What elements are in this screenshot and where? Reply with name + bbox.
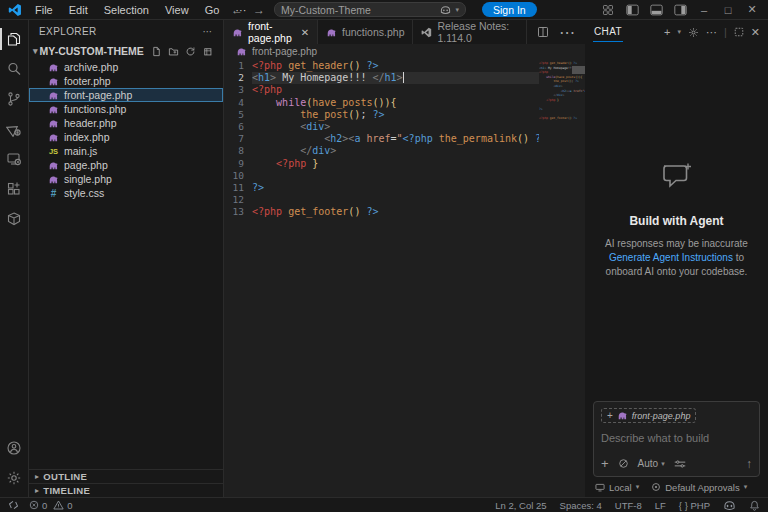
- menu-file[interactable]: File: [28, 3, 60, 17]
- code-content[interactable]: <?php get_header() ?><h1> My Homepage!!!…: [252, 58, 539, 497]
- code-line-6[interactable]: <div>: [252, 121, 539, 133]
- explorer-sidebar: EXPLORER ⋯ ▾ MY-CUSTOM-THEME archive.php…: [29, 20, 224, 497]
- menu-go[interactable]: Go: [198, 3, 227, 17]
- toggle-panel-icon[interactable]: [646, 2, 666, 18]
- code-line-13[interactable]: <?php get_footer() ?>: [252, 206, 539, 218]
- explorer-more-actions-icon[interactable]: ⋯: [203, 26, 213, 37]
- command-center[interactable]: My-Custom-Theme ▾: [274, 2, 466, 17]
- php-file-icon: [48, 133, 59, 142]
- outline-section[interactable]: ▸ OUTLINE: [29, 469, 223, 483]
- notifications-bell-icon[interactable]: [749, 500, 760, 511]
- extensions-icon[interactable]: [0, 174, 29, 204]
- chevron-down-icon[interactable]: ▾: [677, 28, 681, 36]
- code-area[interactable]: 12345678910111213 <?php get_header() ?><…: [224, 58, 585, 497]
- package-icon[interactable]: [0, 204, 29, 234]
- menu-edit[interactable]: Edit: [62, 3, 95, 17]
- settings-gear-icon[interactable]: [0, 463, 29, 493]
- source-control-icon[interactable]: [0, 84, 29, 114]
- new-file-icon[interactable]: [151, 46, 162, 57]
- code-line-10[interactable]: [252, 170, 539, 182]
- status-lf[interactable]: LF: [655, 500, 666, 511]
- chat-input-box[interactable]: + front-page.php + Auto ▾ ↑: [593, 401, 760, 477]
- file-item-front-page.php[interactable]: front-page.php: [29, 88, 223, 102]
- file-item-page.php[interactable]: page.php: [29, 158, 223, 172]
- remote-indicator-icon[interactable]: [8, 500, 19, 510]
- split-editor-icon[interactable]: [537, 26, 549, 38]
- model-picker[interactable]: Auto ▾: [638, 458, 665, 469]
- forward-button[interactable]: →: [248, 3, 270, 17]
- run-debug-icon[interactable]: [0, 114, 29, 144]
- copilot-status-icon[interactable]: [723, 500, 736, 511]
- code-line-1[interactable]: <?php get_header() ?>: [252, 60, 539, 72]
- minimize-button[interactable]: –: [694, 2, 714, 18]
- new-chat-icon[interactable]: +: [664, 26, 670, 38]
- remote-explorer-icon[interactable]: [0, 144, 29, 174]
- menu-selection[interactable]: Selection: [97, 3, 156, 17]
- tab-front-page.php[interactable]: front-page.php✕: [224, 20, 318, 44]
- send-icon[interactable]: ↑: [746, 457, 752, 471]
- tab-chat[interactable]: CHAT: [593, 22, 623, 42]
- close-panel-icon[interactable]: ✕: [751, 26, 760, 39]
- context-chip[interactable]: + front-page.php: [601, 408, 696, 423]
- close-window-button[interactable]: ✕: [742, 2, 762, 18]
- code-line-11[interactable]: ?>: [252, 182, 539, 194]
- code-line-5[interactable]: the_post(); ?>: [252, 109, 539, 121]
- copilot-icon[interactable]: [440, 5, 451, 15]
- folder-row[interactable]: ▾ MY-CUSTOM-THEME: [29, 42, 223, 60]
- maximize-panel-icon[interactable]: [734, 27, 744, 37]
- status-php[interactable]: { } PHP: [679, 500, 710, 511]
- back-button[interactable]: ←: [226, 3, 248, 17]
- customize-layout-icon[interactable]: [598, 2, 618, 18]
- status-spaces-4[interactable]: Spaces: 4: [560, 500, 602, 511]
- problems-indicator[interactable]: 0 0: [29, 500, 73, 511]
- mic-icon[interactable]: [618, 458, 629, 469]
- chat-more-actions-icon[interactable]: ⋯: [706, 26, 717, 39]
- toggle-secondary-sidebar-icon[interactable]: [670, 2, 690, 18]
- status-utf-8[interactable]: UTF-8: [615, 500, 642, 511]
- file-item-index.php[interactable]: index.php: [29, 130, 223, 144]
- maximize-button[interactable]: □: [718, 2, 738, 18]
- code-line-8[interactable]: </div>: [252, 145, 539, 157]
- minimap-slider[interactable]: [572, 66, 585, 74]
- new-folder-icon[interactable]: [168, 46, 179, 57]
- toggle-primary-sidebar-icon[interactable]: [622, 2, 642, 18]
- minimap[interactable]: <?php get_header() ?><h1> My Homepage!!!…: [539, 58, 585, 497]
- local-picker[interactable]: Local▾: [595, 482, 639, 493]
- code-line-2[interactable]: <h1> My Homepage!!! </h1>: [252, 72, 539, 84]
- file-item-style.css[interactable]: #style.css: [29, 186, 223, 200]
- chevron-down-icon[interactable]: ▾: [455, 6, 459, 14]
- account-icon[interactable]: [0, 433, 29, 463]
- status-ln-2-col-25[interactable]: Ln 2, Col 25: [495, 500, 546, 511]
- code-line-7[interactable]: <h2><a href="<?php the_permalink() ?>"><…: [252, 133, 539, 145]
- tools-sliders-icon[interactable]: [674, 459, 686, 469]
- explorer-icon[interactable]: [0, 24, 29, 54]
- editor-more-actions-icon[interactable]: ⋯: [559, 23, 575, 42]
- php-file-icon: [326, 28, 337, 37]
- code-line-3[interactable]: <?php: [252, 84, 539, 96]
- attach-icon[interactable]: +: [601, 456, 609, 471]
- chat-text-input[interactable]: [601, 432, 752, 444]
- code-line-4[interactable]: while(have_posts()){: [252, 97, 539, 109]
- code-line-12[interactable]: [252, 194, 539, 206]
- chat-settings-gear-icon[interactable]: [688, 27, 699, 38]
- add-context-icon[interactable]: +: [607, 410, 613, 421]
- code-line-9[interactable]: <?php }: [252, 158, 539, 170]
- menu-view[interactable]: View: [158, 3, 196, 17]
- file-item-single.php[interactable]: single.php: [29, 172, 223, 186]
- file-item-header.php[interactable]: header.php: [29, 116, 223, 130]
- file-item-footer.php[interactable]: footer.php: [29, 74, 223, 88]
- file-item-archive.php[interactable]: archive.php: [29, 60, 223, 74]
- sign-in-button[interactable]: Sign In: [482, 2, 537, 17]
- collapse-all-icon[interactable]: [202, 46, 213, 57]
- file-item-main.js[interactable]: JSmain.js: [29, 144, 223, 158]
- tab-release-notes-1.114.0[interactable]: Release Notes: 1.114.0: [413, 20, 527, 44]
- search-icon[interactable]: [0, 54, 29, 84]
- default-approvals-picker[interactable]: Default Approvals▾: [651, 482, 747, 493]
- refresh-icon[interactable]: [185, 46, 196, 57]
- generate-agent-instructions-link[interactable]: Generate Agent Instructions: [609, 252, 733, 263]
- file-item-functions.php[interactable]: functions.php: [29, 102, 223, 116]
- timeline-section[interactable]: ▸ TIMELINE: [29, 483, 223, 497]
- tab-functions.php[interactable]: functions.php: [318, 20, 413, 44]
- breadcrumb[interactable]: front-page.php: [224, 44, 585, 58]
- close-tab-icon[interactable]: ✕: [301, 27, 309, 38]
